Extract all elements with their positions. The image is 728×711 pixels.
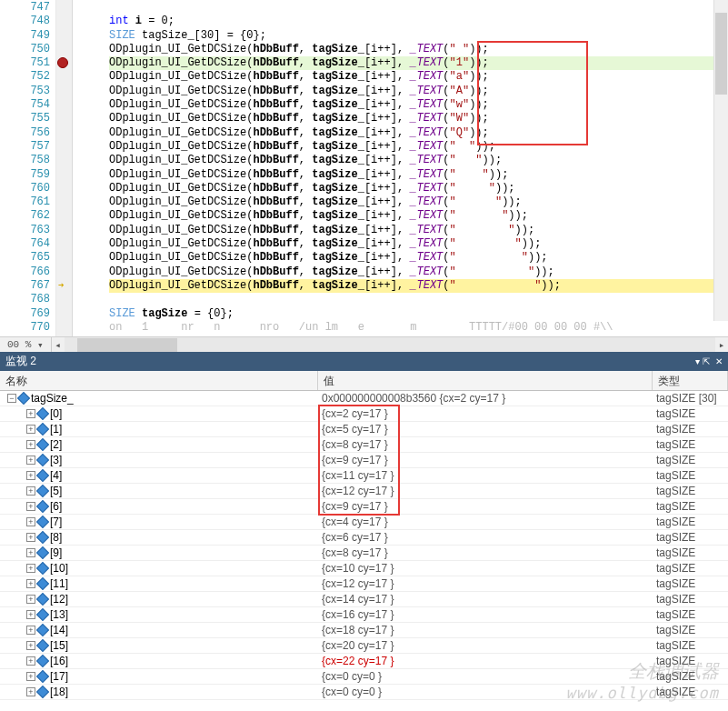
expand-icon[interactable]: + (26, 687, 35, 696)
zoom-level[interactable]: 00 % ▾ (0, 337, 52, 352)
variable-icon (36, 531, 49, 544)
watch-panel-titlebar[interactable]: 监视 2 ▾ ⇱ ✕ (0, 352, 728, 371)
watch-row[interactable]: + [17]{cx=0 cy=0 }tagSIZE (0, 669, 728, 685)
code-line[interactable]: ODplugin_UI_GetDCSize(hDbBuff, tagSize_[… (109, 279, 728, 293)
watch-row[interactable]: + [4]{cx=11 cy=17 }tagSIZE (0, 468, 728, 484)
variable-icon (36, 639, 49, 652)
code-line[interactable]: ODplugin_UI_GetDCSize(hDbBuff, tagSize_[… (109, 98, 728, 112)
code-line[interactable] (109, 1, 728, 15)
column-header-name[interactable]: 名称 (0, 371, 318, 390)
variable-icon (36, 469, 49, 482)
code-line[interactable]: ODplugin_UI_GetDCSize(hDbBuff, tagSize_[… (109, 70, 728, 84)
code-line[interactable]: ODplugin_UI_GetDCSize(hDbBuff, tagSize_[… (109, 140, 728, 154)
scroll-left-icon[interactable]: ◂ (52, 339, 65, 351)
code-line[interactable] (109, 293, 728, 306)
watch-row[interactable]: + [15]{cx=20 cy=17 }tagSIZE (0, 638, 728, 654)
expand-icon[interactable]: + (26, 626, 35, 635)
column-header-type[interactable]: 类型 (653, 371, 728, 390)
expand-icon[interactable]: + (26, 425, 35, 434)
panel-close-icon[interactable]: ✕ (715, 356, 723, 366)
expand-icon[interactable]: + (26, 641, 35, 650)
code-line[interactable]: int i = 0; (109, 15, 728, 28)
watch-row[interactable]: + [18]{cx=0 cy=0 }tagSIZE (0, 685, 728, 700)
expand-icon[interactable]: + (26, 672, 35, 681)
watch-item-name: [3] (50, 454, 62, 466)
watch-row[interactable]: + [3]{cx=9 cy=17 }tagSIZE (0, 453, 728, 468)
breakpoint-icon[interactable] (57, 57, 68, 68)
code-area[interactable]: int i = 0;SIZE tagSize_[30] = {0};ODplug… (73, 0, 728, 336)
watch-row[interactable]: + [11]{cx=12 cy=17 }tagSIZE (0, 576, 728, 592)
expand-icon[interactable]: + (26, 409, 35, 418)
code-line[interactable]: ODplugin_UI_GetDCSize(hDbBuff, tagSize_[… (109, 154, 728, 167)
line-number: 765 (0, 251, 50, 265)
scroll-right-icon[interactable]: ▸ (715, 339, 728, 351)
variable-icon (36, 485, 49, 497)
expand-icon[interactable]: + (26, 579, 35, 588)
watch-row[interactable]: + [13]{cx=16 cy=17 }tagSIZE (0, 607, 728, 623)
code-line[interactable]: SIZE tagSize = {0}; (109, 307, 728, 321)
watch-item-value: {cx=9 cy=17 } (318, 500, 653, 513)
code-line[interactable]: ODplugin_UI_GetDCSize(hDbBuff, tagSize_[… (109, 265, 728, 279)
breakpoint-margin[interactable]: ➔ (56, 0, 73, 336)
watch-row[interactable]: + [6]{cx=9 cy=17 }tagSIZE (0, 499, 728, 515)
watch-row[interactable]: + [1]{cx=5 cy=17 }tagSIZE (0, 422, 728, 437)
expand-icon[interactable]: + (26, 610, 35, 619)
expand-icon[interactable]: + (26, 533, 35, 542)
expand-icon[interactable]: + (26, 656, 35, 666)
watch-item-value: {cx=0 cy=0 } (318, 686, 653, 698)
scrollbar-thumb[interactable] (77, 338, 177, 352)
panel-options-icon[interactable]: ▾ ⇱ (695, 356, 710, 366)
expand-icon[interactable]: + (26, 440, 35, 449)
watch-row-root[interactable]: − tagSize_ 0x000000000008b3560 {cx=2 cy=… (0, 391, 728, 406)
expand-icon[interactable]: + (26, 502, 35, 511)
line-number: 752 (0, 70, 50, 84)
watch-row[interactable]: + [8]{cx=6 cy=17 }tagSIZE (0, 530, 728, 546)
editor-horizontal-scrollbar[interactable]: 00 % ▾ ◂ ▸ (0, 336, 728, 352)
code-line[interactable]: ODplugin_UI_GetDCSize(hDbBuff, tagSize_[… (109, 182, 728, 195)
expand-icon[interactable]: + (26, 517, 35, 526)
expand-icon[interactable]: + (26, 564, 35, 573)
expand-icon[interactable]: + (26, 486, 35, 496)
watch-row[interactable]: + [12]{cx=14 cy=17 }tagSIZE (0, 592, 728, 607)
watch-row[interactable]: + [7]{cx=4 cy=17 }tagSIZE (0, 515, 728, 530)
code-line[interactable]: ODplugin_UI_GetDCSize(hDbBuff, tagSize_[… (109, 224, 728, 237)
code-line[interactable]: ODplugin_UI_GetDCSize(hDbBuff, tagSize_[… (109, 112, 728, 125)
watch-row[interactable]: + [5]{cx=12 cy=17 }tagSIZE (0, 484, 728, 499)
code-line[interactable]: ODplugin_UI_GetDCSize(hDbBuff, tagSize_[… (109, 251, 728, 265)
watch-item-type: tagSIZE (653, 469, 728, 482)
watch-item-name: [8] (50, 531, 62, 544)
line-number: 757 (0, 140, 50, 154)
watch-item-name: [6] (50, 500, 62, 513)
variable-icon (36, 438, 49, 451)
watch-row[interactable]: + [14]{cx=18 cy=17 }tagSIZE (0, 623, 728, 638)
watch-row[interactable]: + [10]{cx=10 cy=17 }tagSIZE (0, 561, 728, 576)
watch-row[interactable]: + [2]{cx=8 cy=17 }tagSIZE (0, 437, 728, 453)
expand-icon[interactable]: + (26, 595, 35, 604)
expand-icon[interactable]: + (26, 548, 35, 557)
collapse-icon[interactable]: − (7, 394, 16, 403)
editor-vertical-scrollbar[interactable] (713, 0, 728, 321)
dropdown-icon[interactable]: ▾ (37, 339, 44, 351)
code-line[interactable]: ODplugin_UI_GetDCSize(hDbBuff, tagSize_[… (109, 43, 728, 56)
code-line[interactable]: on 1 nr n nro /un lm e m TTTTT/#00 00 00… (109, 321, 728, 335)
code-line[interactable]: SIZE tagSize_[30] = {0}; (109, 29, 728, 43)
code-line[interactable]: ODplugin_UI_GetDCSize(hDbBuff, tagSize_[… (109, 237, 728, 251)
code-line[interactable]: ODplugin_UI_GetDCSize(hDbBuff, tagSize_[… (109, 195, 728, 209)
expand-icon[interactable]: + (26, 456, 35, 465)
watch-row[interactable]: + [9]{cx=8 cy=17 }tagSIZE (0, 546, 728, 561)
code-line[interactable]: ODplugin_UI_GetDCSize(hDbBuff, tagSize_[… (109, 85, 728, 98)
code-line[interactable]: ODplugin_UI_GetDCSize(hDbBuff, tagSize_[… (109, 126, 728, 140)
code-line[interactable]: ODplugin_UI_GetDCSize(hDbBuff, tagSize_[… (109, 209, 728, 223)
watch-row[interactable]: + [0]{cx=2 cy=17 }tagSIZE (0, 406, 728, 422)
watch-item-name: [0] (50, 407, 62, 420)
watch-item-type: tagSIZE (653, 593, 728, 606)
code-line[interactable]: ODplugin_UI_GetDCSize(hDbBuff, tagSize_[… (109, 56, 728, 70)
code-line[interactable]: ODplugin_UI_GetDCSize(hDbBuff, tagSize_[… (109, 168, 728, 182)
variable-icon (36, 546, 49, 559)
expand-icon[interactable]: + (26, 471, 35, 480)
watch-item-name: [11] (50, 577, 68, 590)
column-header-value[interactable]: 值 (318, 371, 653, 390)
watch-item-name: [1] (50, 423, 62, 436)
line-number: 763 (0, 224, 50, 237)
watch-row[interactable]: + [16]{cx=22 cy=17 }tagSIZE (0, 654, 728, 669)
